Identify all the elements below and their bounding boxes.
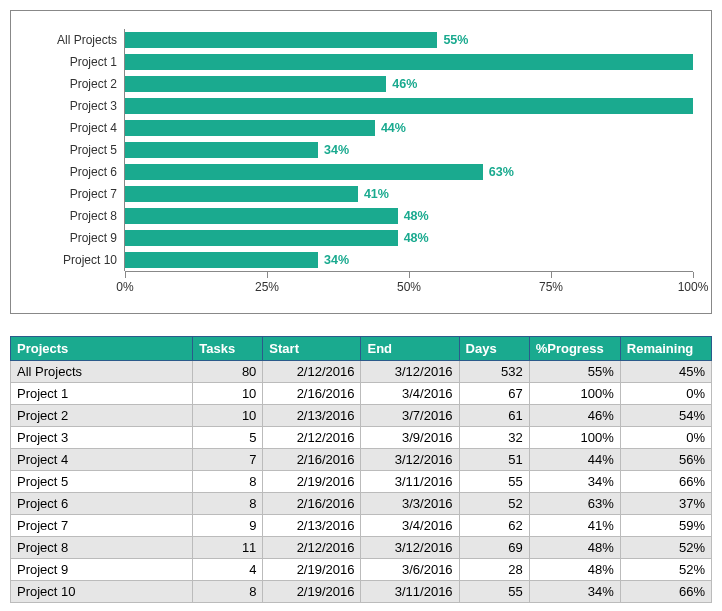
table-row: Project 472/16/20163/12/20165144%56% bbox=[11, 449, 712, 471]
bar-track: 34% bbox=[125, 249, 693, 271]
bar-category-label: Project 10 bbox=[29, 253, 125, 267]
table-cell: 62 bbox=[459, 515, 529, 537]
table-row: Project 942/19/20163/6/20162848%52% bbox=[11, 559, 712, 581]
table-cell: 8 bbox=[193, 471, 263, 493]
table-cell: 63% bbox=[529, 493, 620, 515]
table-cell: 52 bbox=[459, 493, 529, 515]
bar-category-label: Project 3 bbox=[29, 99, 125, 113]
table-cell: 54% bbox=[620, 405, 711, 427]
x-axis-tick-label: 25% bbox=[255, 280, 279, 294]
table-cell: 34% bbox=[529, 471, 620, 493]
bar-category-label: Project 7 bbox=[29, 187, 125, 201]
table-cell: 9 bbox=[193, 515, 263, 537]
table-cell: 11 bbox=[193, 537, 263, 559]
bar-row: Project 948% bbox=[29, 227, 693, 249]
x-axis: 0%25%50%75%100% bbox=[125, 271, 693, 299]
table-cell: 2/12/2016 bbox=[263, 361, 361, 383]
table-cell: 100% bbox=[529, 383, 620, 405]
table-cell: 66% bbox=[620, 581, 711, 603]
table-cell: Project 8 bbox=[11, 537, 193, 559]
table-cell: 2/16/2016 bbox=[263, 493, 361, 515]
table-header-cell: End bbox=[361, 337, 459, 361]
table-header-cell: Projects bbox=[11, 337, 193, 361]
table-cell: 532 bbox=[459, 361, 529, 383]
table-cell: 80 bbox=[193, 361, 263, 383]
bar-value-label: 48% bbox=[398, 227, 429, 249]
bar-track bbox=[125, 95, 693, 117]
table-cell: 3/12/2016 bbox=[361, 449, 459, 471]
bar-row: Project 3 bbox=[29, 95, 693, 117]
table-cell: Project 4 bbox=[11, 449, 193, 471]
bar-category-label: Project 2 bbox=[29, 77, 125, 91]
projects-table: ProjectsTasksStartEndDays%ProgressRemain… bbox=[10, 336, 712, 603]
table-cell: 10 bbox=[193, 405, 263, 427]
table-row: All Projects802/12/20163/12/201653255%45… bbox=[11, 361, 712, 383]
bar-fill bbox=[125, 98, 693, 114]
table-cell: 100% bbox=[529, 427, 620, 449]
bar-fill bbox=[125, 252, 318, 268]
bar-fill bbox=[125, 230, 398, 246]
table-cell: 66% bbox=[620, 471, 711, 493]
table-cell: 0% bbox=[620, 427, 711, 449]
table-cell: Project 2 bbox=[11, 405, 193, 427]
bar-track: 44% bbox=[125, 117, 693, 139]
bar-row: Project 663% bbox=[29, 161, 693, 183]
table-cell: 59% bbox=[620, 515, 711, 537]
table-cell: 2/13/2016 bbox=[263, 515, 361, 537]
bar-row: Project 1034% bbox=[29, 249, 693, 271]
table-cell: 32 bbox=[459, 427, 529, 449]
table-row: Project 582/19/20163/11/20165534%66% bbox=[11, 471, 712, 493]
table-header-cell: Tasks bbox=[193, 337, 263, 361]
table-cell: 3/11/2016 bbox=[361, 581, 459, 603]
table-cell: 28 bbox=[459, 559, 529, 581]
bar-category-label: Project 1 bbox=[29, 55, 125, 69]
table-cell: 2/19/2016 bbox=[263, 581, 361, 603]
bar-track: 34% bbox=[125, 139, 693, 161]
bar-track: 48% bbox=[125, 205, 693, 227]
bar-value-label: 63% bbox=[483, 161, 514, 183]
table-cell: 2/19/2016 bbox=[263, 559, 361, 581]
bar-fill bbox=[125, 208, 398, 224]
bar-row: Project 444% bbox=[29, 117, 693, 139]
table-header-cell: Days bbox=[459, 337, 529, 361]
x-axis-tick-label: 0% bbox=[116, 280, 133, 294]
table-cell: 55 bbox=[459, 471, 529, 493]
table-cell: Project 7 bbox=[11, 515, 193, 537]
table-cell: 2/12/2016 bbox=[263, 537, 361, 559]
bar-track: 55% bbox=[125, 29, 693, 51]
table-header-cell: %Progress bbox=[529, 337, 620, 361]
table-cell: 3/6/2016 bbox=[361, 559, 459, 581]
table-cell: 41% bbox=[529, 515, 620, 537]
table-row: Project 1082/19/20163/11/20165534%66% bbox=[11, 581, 712, 603]
bar-fill bbox=[125, 186, 358, 202]
x-axis-tick-label: 50% bbox=[397, 280, 421, 294]
bar-value-label: 55% bbox=[437, 29, 468, 51]
table-cell: 48% bbox=[529, 559, 620, 581]
table-cell: 56% bbox=[620, 449, 711, 471]
table-cell: Project 9 bbox=[11, 559, 193, 581]
bar-track: 48% bbox=[125, 227, 693, 249]
table-cell: 69 bbox=[459, 537, 529, 559]
table-cell: 67 bbox=[459, 383, 529, 405]
table-cell: 3/4/2016 bbox=[361, 383, 459, 405]
table-cell: 51 bbox=[459, 449, 529, 471]
bar-value-label: 41% bbox=[358, 183, 389, 205]
table-cell: 3/11/2016 bbox=[361, 471, 459, 493]
table-cell: 52% bbox=[620, 559, 711, 581]
table-row: Project 1102/16/20163/4/201667100%0% bbox=[11, 383, 712, 405]
table-cell: 2/19/2016 bbox=[263, 471, 361, 493]
bar-row: Project 848% bbox=[29, 205, 693, 227]
table-header-cell: Remaining bbox=[620, 337, 711, 361]
table-cell: 61 bbox=[459, 405, 529, 427]
table-cell: 5 bbox=[193, 427, 263, 449]
progress-bar-chart: All Projects55%Project 1Project 246%Proj… bbox=[10, 10, 712, 314]
table-cell: 0% bbox=[620, 383, 711, 405]
table-cell: Project 3 bbox=[11, 427, 193, 449]
table-cell: 34% bbox=[529, 581, 620, 603]
bar-fill bbox=[125, 164, 483, 180]
bar-row: Project 246% bbox=[29, 73, 693, 95]
table-cell: 2/16/2016 bbox=[263, 449, 361, 471]
bar-category-label: All Projects bbox=[29, 33, 125, 47]
table-cell: 3/4/2016 bbox=[361, 515, 459, 537]
bar-category-label: Project 8 bbox=[29, 209, 125, 223]
